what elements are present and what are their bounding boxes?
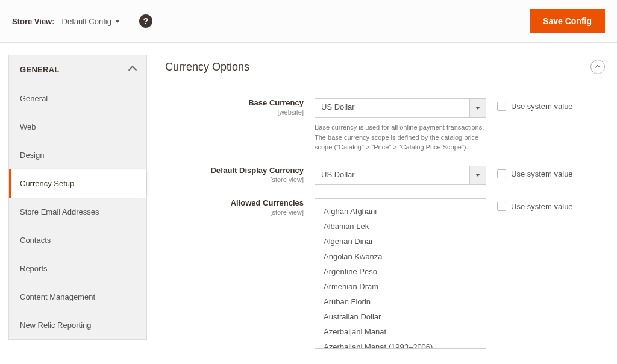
sidebar-group-general[interactable]: GENERAL [9,55,146,84]
chevron-up-icon [595,65,600,70]
sidebar-item-design[interactable]: Design [9,141,146,169]
base-currency-select[interactable]: US Dollar [315,98,486,118]
default-display-currency-select[interactable]: US Dollar [315,166,486,185]
sidebar-item-reports[interactable]: Reports [9,254,146,283]
multiselect-option[interactable]: Azerbaijani Manat [315,324,486,339]
sidebar-item-content-management[interactable]: Content Management [9,283,146,311]
section-title: Currency Options [165,61,249,74]
multiselect-option[interactable]: Azerbaijani Manat (1993–2006) [315,339,486,349]
sidebar-item-store-email-addresses[interactable]: Store Email Addresses [9,198,146,226]
multiselect-option[interactable]: Australian Dollar [315,309,486,324]
store-view-value: Default Config [62,17,111,26]
multiselect-option[interactable]: Angolan Kwanza [315,249,486,264]
multiselect-option[interactable]: Argentine Peso [315,264,486,279]
select-value: US Dollar [315,98,469,118]
multiselect-option[interactable]: Afghan Afghani [315,204,486,219]
topbar: Store View: Default Config ? Save Config [0,0,617,43]
sidebar-item-web[interactable]: Web [9,113,146,141]
field-allowed-currencies: Allowed Currencies [store view] Afghan A… [165,198,605,349]
checkbox-label: Use system value [511,202,573,211]
store-view-label: Store View: [12,17,55,26]
help-icon[interactable]: ? [139,14,152,28]
use-system-value-checkbox[interactable] [497,169,506,178]
field-scope: [store view] [165,176,304,183]
content: Currency Options Base Currency [website]… [165,55,605,362]
field-label: Base Currency [248,98,304,107]
sidebar: GENERAL GeneralWebDesignCurrency SetupSt… [8,55,147,362]
field-default-display-currency: Default Display Currency [store view] US… [165,166,605,185]
field-base-currency: Base Currency [website] US Dollar Base c… [165,98,605,152]
field-help-text: Base currency is used for all online pay… [315,122,486,152]
multiselect-option[interactable]: Armenian Dram [315,279,486,294]
multiselect-option[interactable]: Algerian Dinar [315,234,486,249]
chevron-up-icon [128,65,137,74]
caret-down-icon [115,20,120,23]
multiselect-option[interactable]: Aruban Florin [315,294,486,309]
use-system-value-checkbox[interactable] [497,202,506,211]
save-config-button[interactable]: Save Config [530,9,605,33]
sidebar-group-label: GENERAL [20,65,60,74]
select-value: US Dollar [315,166,469,185]
sidebar-item-new-relic-reporting[interactable]: New Relic Reporting [9,311,146,339]
checkbox-label: Use system value [511,102,573,111]
store-view-select[interactable]: Default Config [62,17,120,26]
sidebar-item-currency-setup[interactable]: Currency Setup [9,169,146,198]
sidebar-item-contacts[interactable]: Contacts [9,226,146,254]
use-system-value-checkbox[interactable] [497,102,506,111]
multiselect-option[interactable]: Albanian Lek [315,219,486,234]
collapse-section-button[interactable] [590,60,605,74]
field-scope: [store view] [165,209,304,216]
field-label: Allowed Currencies [231,198,304,207]
sidebar-item-general[interactable]: General [9,84,146,113]
caret-down-icon [469,98,486,118]
allowed-currencies-multiselect[interactable]: Afghan AfghaniAlbanian LekAlgerian Dinar… [315,198,486,349]
checkbox-label: Use system value [511,169,573,178]
caret-down-icon [469,166,486,185]
field-scope: [website] [165,108,304,116]
field-label: Default Display Currency [210,166,304,175]
